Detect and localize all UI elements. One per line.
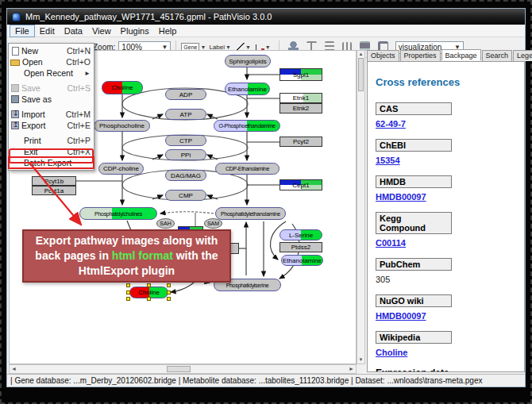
tab-objects[interactable]: Objects (367, 50, 399, 61)
selection-handle[interactable] (167, 283, 171, 287)
selection-handle[interactable] (167, 297, 171, 301)
menubar-item-help[interactable]: Help (154, 25, 182, 37)
node-label: Phosphatidylcholines (94, 211, 142, 217)
status-text: | Gene database: ...m_Derby_20120602.bri… (10, 376, 482, 385)
title-bar[interactable]: Mm_Kennedy_pathway_WP1771_45176.gpml - P… (7, 9, 525, 25)
menu-item-label: Import (21, 110, 63, 119)
pathway-node-cept1[interactable]: Cept1 (279, 179, 322, 190)
pathway-node-phosphatidylcholines[interactable]: Phosphatidylcholines (79, 207, 157, 220)
pathway-node-sah[interactable]: SAH (156, 218, 175, 229)
pathway-node-pcyt1a[interactable]: Pcyt1a (32, 186, 76, 195)
side-panel-tabs: ObjectsPropertiesBackpageSearchLegend (367, 50, 525, 61)
pathway-node-ethanolamine[interactable]: Ethanolamine (281, 255, 323, 266)
pathway-node-ethanolamine[interactable]: Ethanolamine (225, 83, 270, 95)
pathway-node-cmp[interactable]: CMP (165, 190, 206, 201)
selection-handle[interactable] (147, 283, 151, 287)
tab-properties[interactable]: Properties (400, 50, 441, 61)
menu-item-shortcut: Ctrl+M (66, 110, 91, 119)
xref-link-c00114[interactable]: C00114 (376, 238, 406, 248)
pathway-node-cdp-ethanolamine[interactable]: CDP-Ethanolamine (215, 163, 279, 175)
node-label: CDP-Ethanolamine (226, 166, 269, 171)
pathway-node-sam[interactable]: SAM (204, 218, 222, 229)
pathway-node-etnk1[interactable]: Etnk1 (279, 93, 322, 103)
scroll-up-icon[interactable]: ▲ (357, 51, 364, 58)
xref-link-15354[interactable]: 15354 (376, 156, 400, 165)
pathway-node-phosphatidylethanolamine[interactable]: Phosphatidylethanolamine (215, 207, 286, 220)
menubar-item-plugins[interactable]: Plugins (116, 25, 154, 37)
chevron-down-icon[interactable]: ▼ (200, 44, 206, 50)
pathway-node-o-phosphoethanolamine[interactable]: O-Phosphoethanolamine (214, 120, 280, 132)
pathway-node-ppi[interactable]: PPi (165, 149, 206, 160)
new-file-icon (12, 47, 19, 56)
chevron-down-icon[interactable]: ▼ (245, 44, 251, 50)
canvas-horizontal-scrollbar[interactable]: ◄ ► (9, 364, 357, 374)
node-label: DAG/MAG (171, 172, 201, 179)
file-menu-item-import[interactable]: ImportCtrl+M (9, 109, 94, 120)
selection-handle[interactable] (126, 297, 130, 301)
expression-data-heading: Expression data (376, 367, 516, 372)
node-label: SAM (207, 221, 219, 226)
node-label: ATP (180, 111, 192, 118)
pathway-node-cdp-choline[interactable]: CDP-choline (98, 163, 144, 175)
selection-handle[interactable] (147, 297, 151, 301)
xref-title-kegg-compound: Kegg Compound (376, 212, 452, 234)
selection-handle[interactable] (126, 283, 130, 287)
xref-value: 305 (376, 275, 516, 284)
pathway-node-phosphocholine[interactable]: Phosphocholine (94, 120, 150, 132)
pathway-node-etnk2[interactable]: Etnk2 (279, 103, 322, 114)
menu-item-label: Open Recent (24, 68, 81, 78)
file-menu-item-export[interactable]: ExportCtrl+E (9, 120, 94, 131)
xref-title-hmdb: HMDB (376, 175, 452, 188)
open-folder-icon (10, 60, 20, 66)
file-menu-item-save: SaveCtrl+S (9, 83, 94, 94)
pathway-node-ctp[interactable]: CTP (165, 135, 206, 146)
file-menu-item-print[interactable]: PrintCtrl+P (9, 135, 94, 146)
tab-backpage[interactable]: Backpage (441, 49, 481, 60)
annotation-highlight-text: html format (112, 249, 173, 262)
scroll-left-icon[interactable]: ◄ (11, 365, 17, 373)
xref-link-62-49-7[interactable]: 62-49-7 (376, 119, 406, 129)
selection-handle[interactable] (167, 290, 171, 294)
scroll-right-icon[interactable]: ► (349, 365, 354, 373)
pathway-node-sgpl1[interactable]: Sgpl1 (279, 68, 322, 81)
menu-item-label: Open (22, 57, 63, 67)
menubar-item-edit[interactable]: Edit (35, 25, 60, 37)
scroll-down-icon[interactable]: ▼ (357, 356, 364, 364)
pathway-node-ptdss2[interactable]: Ptdss2 (279, 242, 322, 252)
tab-legend[interactable]: Legend (513, 50, 532, 61)
pathway-node-pcyt1b[interactable]: Pcyt1b (32, 176, 76, 186)
horizontal-scroll-thumb[interactable] (167, 366, 191, 372)
pathway-node-sphingolipids[interactable]: Sphingolipids (225, 55, 271, 67)
pathway-node-l-serine[interactable]: L-Serine (279, 229, 322, 240)
file-menu-item-new[interactable]: NewCtrl+N (9, 45, 94, 56)
chevron-down-icon[interactable]: ▼ (226, 44, 231, 50)
pathway-node-atp[interactable]: ATP (165, 109, 206, 120)
pathway-node-adp[interactable]: ADP (165, 89, 206, 100)
menubar-item-file[interactable]: File (10, 25, 35, 37)
menubar-item-view[interactable]: View (87, 25, 116, 37)
xref-link-hmdb00097[interactable]: HMDB00097 (376, 192, 426, 202)
vertical-scroll-thumb[interactable] (358, 58, 364, 91)
pathway-node-dag-mag[interactable]: DAG/MAG (165, 170, 206, 181)
file-menu-item-open[interactable]: OpenCtrl+O (9, 56, 94, 67)
side-panel: ObjectsPropertiesBackpageSearchLegend Cr… (367, 50, 525, 374)
file-menu-item-exit[interactable]: ExitCtrl+X (9, 146, 94, 157)
tab-search[interactable]: Search (482, 50, 513, 61)
file-menu-item-save-as[interactable]: Save as (9, 94, 94, 105)
pathway-node-choline[interactable]: Choline (102, 81, 143, 94)
xref-title-chebi: ChEBI (376, 139, 452, 152)
chevron-down-icon[interactable]: ▼ (265, 44, 271, 50)
no-icon (10, 148, 21, 156)
canvas-vertical-scrollbar[interactable]: ▲ ▼ (357, 50, 365, 364)
menu-item-shortcut: Ctrl+X (67, 147, 91, 156)
xref-link-choline[interactable]: Choline (376, 348, 407, 357)
selection-handle[interactable] (126, 290, 130, 294)
xref-link-hmdb00097[interactable]: HMDB00097 (376, 311, 426, 321)
node-label: CTP (179, 137, 192, 144)
no-icon (10, 159, 21, 167)
menu-item-label: New (21, 46, 64, 56)
pathway-node-pcyt2[interactable]: Pcyt2 (279, 137, 322, 147)
file-menu-item-batch-export[interactable]: Batch Export (9, 157, 94, 168)
menubar-item-data[interactable]: Data (60, 25, 87, 37)
file-menu-item-open-recent[interactable]: Open Recent► (9, 67, 94, 79)
